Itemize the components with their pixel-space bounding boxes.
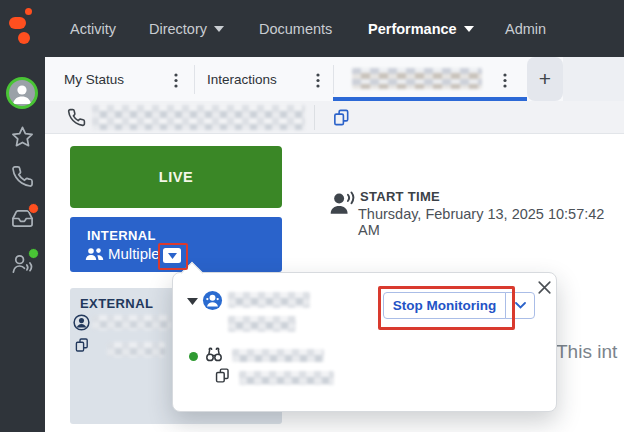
redacted-agent-queue [228,316,296,332]
caret-down-icon[interactable] [187,298,198,305]
tab-bar: My Status Interactions + [45,57,624,101]
close-icon[interactable] [536,279,553,296]
live-status-box: LIVE [70,146,282,208]
app-window: Activity Directory Documents Performance… [0,0,624,432]
nav-performance[interactable]: Performance [368,0,474,57]
agents-icon[interactable] [11,252,34,275]
available-presence-dot [189,352,198,361]
chevron-down-icon [168,253,177,259]
strip-divider [314,105,315,130]
redacted-monitor-number [239,371,334,385]
notification-badge [28,203,39,214]
inbox-icon[interactable] [11,207,34,230]
add-tab-button[interactable]: + [527,57,563,101]
internal-expand-dropdown-button[interactable] [163,248,181,263]
agent-avatar-icon [202,290,223,311]
logo-dot [9,17,26,29]
tab-my-status[interactable]: My Status [64,72,124,87]
person-icon [9,80,35,106]
tab-bar-filler [563,57,624,101]
redacted-monitor-name [232,349,324,362]
tab-divider [194,65,195,94]
person-circle-icon [73,314,90,331]
copy-icon[interactable] [214,367,231,384]
chevron-down-icon [464,26,474,32]
profile-avatar[interactable] [6,77,38,109]
nav-documents[interactable]: Documents [259,0,332,57]
tab-interactions-menu-kebab-icon[interactable] [310,71,326,89]
internal-participants-label: Multiple [108,245,160,262]
speaking-person-icon [329,190,356,217]
redacted-tab-title [352,68,482,89]
logo-dot [18,32,30,44]
copy-icon[interactable] [332,108,351,127]
tab-active-menu-kebab-icon[interactable] [497,71,513,89]
copy-icon[interactable] [74,337,90,353]
nav-performance-label: Performance [368,21,457,37]
genesys-logo-icon [8,6,38,46]
clipped-paragraph-text: This int [556,341,617,363]
redacted-external-number [107,342,165,357]
tab-my-status-menu-kebab-icon[interactable] [168,71,184,89]
monitoring-popup: Stop Monitoring [172,272,557,412]
redacted-caller-name [92,105,305,130]
nav-directory[interactable]: Directory [149,0,224,57]
phone-icon[interactable] [11,165,34,188]
tab-interactions[interactable]: Interactions [207,72,277,87]
binoculars-icon [204,344,224,364]
top-navigation: Activity Directory Documents Performance… [45,0,624,57]
group-icon [85,247,104,262]
favorites-star-icon[interactable] [11,125,34,148]
chevron-down-icon [515,302,526,309]
chevron-down-icon [214,26,224,32]
nav-directory-label: Directory [149,21,207,37]
logo-dot [25,8,32,15]
start-time-value: Thursday, February 13, 2025 10:57:42 AM [358,206,624,238]
call-info-strip [45,101,624,134]
monitoring-options-dropdown-button[interactable] [505,292,535,319]
stop-monitoring-label: Stop Monitoring [393,298,496,313]
internal-label: INTERNAL [87,228,156,243]
nav-activity-label: Activity [70,21,116,37]
stop-monitoring-button[interactable]: Stop Monitoring [383,292,506,319]
sidebar [0,0,45,432]
live-label: LIVE [159,169,194,185]
nav-documents-label: Documents [259,21,332,37]
internal-participants-box: INTERNAL Multiple [70,217,282,272]
redacted-external-name [92,315,172,330]
redacted-agent-name [228,292,310,308]
presence-badge [28,248,39,259]
plus-icon: + [539,67,551,91]
start-time-label: START TIME [360,189,440,204]
nav-activity[interactable]: Activity [70,0,116,57]
external-label: EXTERNAL [80,296,153,311]
nav-admin[interactable]: Admin [505,0,546,57]
nav-admin-label: Admin [505,21,546,37]
phone-icon [67,108,86,127]
